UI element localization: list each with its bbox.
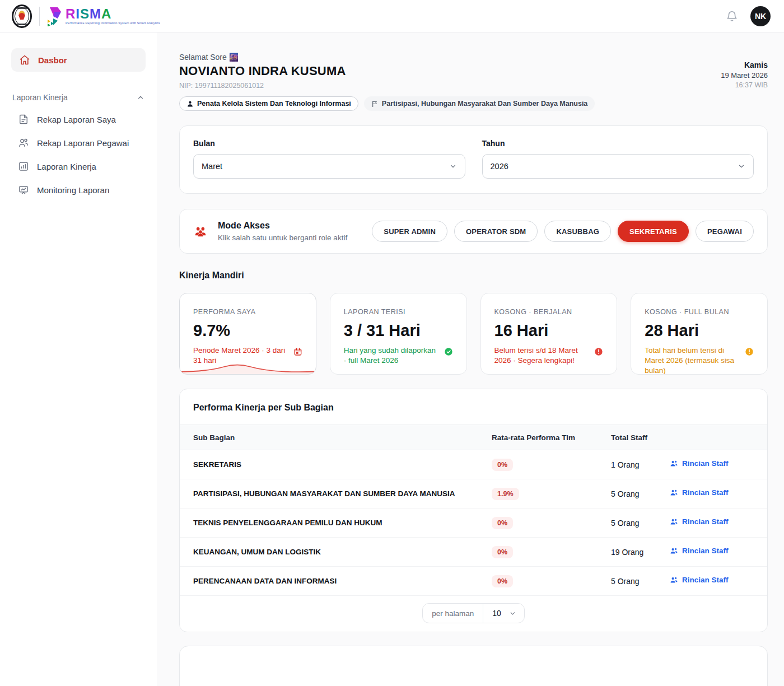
stat-label: KOSONG · FULL BULAN [645, 308, 754, 316]
brand: R I S M A Performance Reporting Informat… [11, 4, 160, 28]
person-badge-icon [186, 100, 194, 108]
table-row: PERENCANAAN DATA DAN INFORMASI 0% 5 Oran… [180, 567, 767, 596]
per-page-control: per halaman 10 [422, 603, 525, 623]
performa-badge: 0% [492, 459, 513, 471]
performa-badge: 0% [492, 546, 513, 558]
table-row: SEKRETARIS 0% 1 Orang Rincian Staff [180, 450, 767, 479]
stat-value: 16 Hari [494, 321, 604, 340]
sidebar-item-laporan-kinerja[interactable]: Laporan Kinerja [11, 155, 146, 178]
per-page-label: per halaman [423, 604, 483, 623]
stat-desc: Hari yang sudah dilaporkan · full Maret … [344, 346, 440, 366]
tahun-label: Tahun [482, 139, 754, 148]
greeting: Selamat Sore 🌆 [179, 53, 595, 62]
staff-count: 1 Orang [611, 460, 670, 469]
users-icon [670, 488, 678, 497]
table-row: PARTISIPASI, HUBUNGAN MASYARAKAT DAN SUM… [180, 479, 767, 508]
table-row: TEKNIS PENYELENGGARAAN PEMILU DAN HUKUM … [180, 508, 767, 538]
group-users-icon [193, 224, 208, 239]
role-button-pegawai[interactable]: PEGAWAI [696, 221, 754, 242]
rincian-staff-link[interactable]: Rincian Staff [670, 488, 729, 497]
user-avatar[interactable]: NK [750, 6, 771, 26]
prisma-mark-icon [46, 6, 63, 26]
tahun-select[interactable]: 2026 [482, 154, 754, 179]
stat-value: 3 / 31 Hari [344, 321, 453, 340]
table-title: Performa Kinerja per Sub Bagian [180, 389, 767, 424]
stat-label: KOSONG · BERJALAN [494, 308, 604, 316]
user-name: NOVIANTO INDRA KUSUMA [179, 64, 595, 78]
staff-count: 19 Orang [611, 548, 670, 557]
mode-akses-subtitle: Klik salah satu untuk berganti role akti… [218, 234, 347, 242]
stat-label: LAPORAN TERISI [344, 308, 453, 316]
sub-bagian-name: PERENCANAAN DATA DAN INFORMASI [193, 577, 492, 585]
chevron-down-icon [509, 610, 516, 617]
sidebar-section-laporan-kinerja[interactable]: Laporan Kinerja [12, 93, 144, 102]
stat-card-kosong-full-bulan: KOSONG · FULL BULAN 28 Hari Total hari b… [631, 293, 768, 375]
role-button-super-admin[interactable]: SUPER ADMIN [372, 221, 447, 242]
rincian-staff-link[interactable]: Rincian Staff [670, 517, 729, 526]
staff-count: 5 Orang [611, 519, 670, 528]
kinerja-mandiri-heading: Kinerja Mandiri [179, 270, 768, 281]
main-content: Selamat Sore 🌆 NOVIANTO INDRA KUSUMA NIP… [157, 32, 784, 686]
sidebar-item-dasbor[interactable]: Dasbor [11, 48, 146, 72]
bar-chart-icon [18, 161, 29, 172]
sub-bagian-name: PARTISIPASI, HUBUNGAN MASYARAKAT DAN SUM… [193, 489, 492, 498]
period-filter-panel: Bulan Maret Tahun 2026 [179, 125, 768, 194]
sidebar-item-label: Rekap Laporan Pegawai [37, 138, 129, 148]
empty-panel [179, 646, 768, 686]
users-icon [670, 576, 678, 584]
user-nip: NIP: 199711182025061012 [179, 82, 595, 90]
brand-divider [39, 7, 40, 26]
alert-circle-icon [594, 347, 603, 356]
home-icon [19, 54, 30, 66]
role-button-sekretaris[interactable]: SEKRETARIS [618, 221, 689, 242]
bulan-select[interactable]: Maret [193, 154, 465, 179]
chevron-up-icon [137, 94, 144, 101]
per-page-select[interactable]: 10 [483, 604, 524, 623]
rincian-staff-link[interactable]: Rincian Staff [670, 576, 729, 584]
time-label: 16:37 WIB [721, 81, 768, 89]
stat-label: PERFORMA SAYA [193, 308, 302, 316]
sidebar-item-label: Dasbor [38, 55, 67, 65]
prisma-logo: R I S M A Performance Reporting Informat… [46, 6, 160, 26]
staff-count: 5 Orang [611, 489, 670, 498]
datetime-block: Kamis 19 Maret 2026 16:37 WIB [721, 60, 768, 89]
sub-bagian-table-panel: Performa Kinerja per Sub Bagian Sub Bagi… [179, 389, 768, 632]
role-button-kasubbag[interactable]: KASUBBAG [544, 221, 611, 242]
rincian-staff-link[interactable]: Rincian Staff [670, 547, 729, 555]
column-header-sub-bagian: Sub Bagian [193, 433, 492, 442]
staff-count: 5 Orang [611, 577, 670, 586]
stat-card-kosong-berjalan: KOSONG · BERJALAN 16 Hari Belum terisi s… [480, 293, 618, 375]
role-button-operator-sdm[interactable]: OPERATOR SDM [454, 221, 538, 242]
column-header-performa: Rata-rata Performa Tim [492, 433, 611, 442]
position-badge: Penata Kelola Sistem Dan Teknologi Infor… [179, 96, 358, 111]
chevron-down-icon [449, 162, 457, 170]
stat-desc: Belum terisi s/d 18 Maret 2026 · Segera … [494, 346, 590, 366]
users-icon [18, 137, 29, 148]
flag-icon [371, 100, 379, 108]
calendar-icon [293, 347, 302, 356]
notifications-bell-icon[interactable] [726, 10, 738, 22]
sidebar: Dasbor Laporan Kinerja Rekap Laporan Say… [0, 32, 157, 686]
performa-badge: 0% [492, 517, 513, 529]
performa-badge: 0% [492, 575, 513, 587]
sidebar-item-rekap-laporan-pegawai[interactable]: Rekap Laporan Pegawai [11, 131, 146, 155]
presentation-chart-icon [18, 184, 29, 195]
table-header: Sub Bagian Rata-rata Performa Tim Total … [180, 424, 767, 450]
prisma-letter: R [66, 7, 76, 21]
users-icon [670, 459, 678, 468]
bulan-label: Bulan [193, 139, 465, 148]
sidebar-item-label: Rekap Laporan Saya [37, 115, 116, 124]
sidebar-item-rekap-laporan-saya[interactable]: Rekap Laporan Saya [11, 108, 146, 131]
performa-badge: 1.9% [492, 488, 519, 500]
stat-card-laporan-terisi: LAPORAN TERISI 3 / 31 Hari Hari yang sud… [330, 293, 467, 375]
rincian-staff-link[interactable]: Rincian Staff [670, 459, 729, 468]
users-icon [670, 517, 678, 526]
topbar: R I S M A Performance Reporting Informat… [0, 0, 784, 32]
stat-card-performa-saya: PERFORMA SAYA 9.7% Periode Maret 2026 · … [179, 293, 316, 375]
prisma-letter: A [101, 7, 111, 21]
stat-value: 28 Hari [645, 321, 754, 340]
sidebar-item-label: Laporan Kinerja [37, 162, 96, 171]
sub-bagian-name: KEUANGAN, UMUM DAN LOGISTIK [193, 548, 492, 556]
sidebar-item-monitoring-laporan[interactable]: Monitoring Laporan [11, 178, 146, 202]
sub-bagian-name: SEKRETARIS [193, 460, 492, 469]
